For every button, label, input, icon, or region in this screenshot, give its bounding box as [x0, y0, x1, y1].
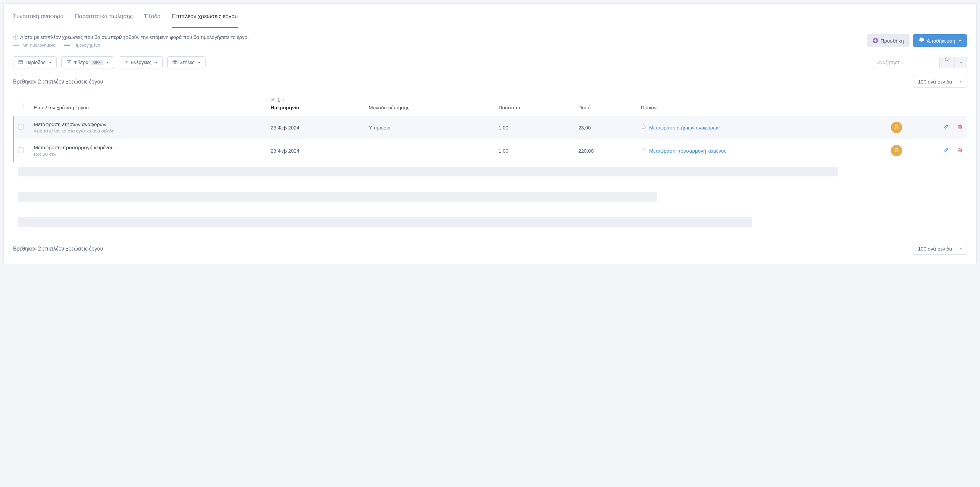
legend-not-invoiced-label: Μη τιμολογημένο: [22, 43, 55, 48]
th-product[interactable]: Προϊόν: [637, 91, 887, 116]
table-row[interactable]: Μετάφραση ετήσιων αναφορών Από τα ελληνι…: [14, 116, 967, 139]
th-amount[interactable]: Ποσό: [574, 91, 637, 116]
clear-sort-icon[interactable]: ✕: [270, 96, 275, 103]
header-actions: + Προσθήκη Αποθήκευση: [867, 34, 967, 47]
svg-rect-4: [173, 60, 177, 64]
delete-button[interactable]: [957, 149, 963, 154]
svg-line-9: [948, 60, 949, 61]
th-quantity[interactable]: Ποσότητα: [495, 91, 574, 116]
chevron-down-icon: [959, 40, 961, 41]
cell-unit: [365, 139, 495, 162]
avatar[interactable]: G: [891, 122, 902, 133]
tab-expenses[interactable]: Έξοδα: [144, 4, 161, 28]
charge-title: Μετάφραση-προσαρμογή κειμένου: [34, 145, 263, 151]
actions-label: Ενέργειες: [131, 60, 151, 65]
toolbar-left: Περίοδος Φίλτρα OFF Ενέργειες: [13, 56, 205, 68]
info-block: i Λίστα με επιπλέον χρεώσεις που θα συμπ…: [13, 34, 249, 48]
table-header-row: Επιπλέον χρέωση έργου ✕ 1 ↑ Ημερομηνία Μ…: [14, 91, 967, 116]
columns-button[interactable]: Στήλες: [167, 56, 205, 68]
bag-icon: [641, 124, 646, 131]
results-count-top: Βρέθηκαν 2 επιπλέον χρεώσεις έργου: [13, 79, 103, 85]
row-checkbox[interactable]: [18, 147, 24, 153]
sort-number: 1: [277, 97, 280, 103]
results-count-bottom: Βρέθηκαν 2 επιπλέον χρεώσεις έργου: [13, 246, 103, 252]
cell-edit: [939, 139, 953, 162]
save-button[interactable]: Αποθήκευση: [913, 34, 967, 47]
filters-off-badge: OFF: [91, 60, 103, 65]
calendar-icon: [18, 59, 23, 65]
cell-product: Μετάφραση-προσαρμογή κειμένου: [637, 139, 887, 162]
cell-charge: Μετάφραση-προσαρμογή κειμένου έως 30 σελ: [30, 139, 267, 162]
svg-rect-0: [19, 60, 22, 64]
swatch-gray-icon: [13, 45, 19, 46]
row-checkbox[interactable]: [18, 124, 24, 130]
bag-icon: [641, 147, 646, 154]
legend-not-invoiced: Μη τιμολογημένο: [13, 43, 55, 48]
charge-title: Μετάφραση ετήσιων αναφορών: [34, 121, 263, 127]
search-input[interactable]: [873, 57, 940, 68]
search-dropdown-button[interactable]: [955, 57, 967, 68]
columns-label: Στήλες: [180, 60, 194, 65]
edit-button[interactable]: [943, 149, 949, 154]
th-avatar: [887, 91, 939, 116]
product-link[interactable]: Μετάφραση-προσαρμογή κειμένου: [641, 147, 727, 154]
table-row[interactable]: Μετάφραση-προσαρμογή κειμένου έως 30 σελ…: [14, 139, 967, 162]
th-checkbox: [14, 91, 30, 116]
th-date[interactable]: ✕ 1 ↑ Ημερομηνία: [267, 91, 365, 116]
product-link[interactable]: Μετάφραση ετήσιων αναφορών: [641, 124, 719, 131]
th-charge[interactable]: Επιπλέον χρέωση έργου: [30, 91, 267, 116]
page-size-select-bottom[interactable]: 100 ανά σελίδα: [913, 243, 967, 255]
filter-icon: [66, 59, 72, 65]
cell-charge: Μετάφραση ετήσιων αναφορών Από τα ελληνι…: [30, 116, 267, 139]
legend-invoiced-label: Τιμολογημένο: [73, 43, 100, 48]
actions-button[interactable]: Ενέργειες: [119, 56, 162, 68]
cell-unit: Υπηρεσία: [365, 116, 495, 139]
add-button[interactable]: + Προσθήκη: [867, 34, 910, 47]
chevron-down-icon: [106, 62, 109, 64]
cell-qty: 1,00: [495, 139, 574, 162]
cell-edit: [939, 116, 953, 139]
period-button[interactable]: Περίοδος: [13, 56, 57, 68]
results-bar-top: Βρέθηκαν 2 επιπλέον χρεώσεις έργου 100 α…: [13, 76, 967, 88]
filters-button[interactable]: Φίλτρα OFF: [61, 56, 114, 68]
skeleton-placeholder: [18, 192, 657, 202]
edit-button[interactable]: [943, 126, 949, 131]
add-button-label: Προσθήκη: [880, 38, 904, 44]
info-icon: i: [13, 35, 18, 40]
search-button[interactable]: [940, 57, 955, 68]
select-all-checkbox[interactable]: [18, 103, 24, 109]
row-checkbox-cell: [14, 139, 30, 162]
results-bar-bottom: Βρέθηκαν 2 επιπλέον χρεώσεις έργου 100 α…: [13, 243, 967, 255]
row-checkbox-cell: [14, 116, 30, 139]
info-text: Λίστα με επιπλέον χρεώσεις που θα συμπερ…: [20, 34, 249, 40]
plus-circle-icon: +: [873, 38, 878, 43]
chevron-down-icon: [959, 81, 962, 83]
avatar[interactable]: G: [891, 145, 902, 156]
charge-subtitle: έως 30 σελ: [34, 151, 263, 157]
page-size-label: 100 ανά σελίδα: [918, 246, 952, 251]
sort-indicator[interactable]: ✕ 1 ↑: [270, 96, 361, 103]
th-unit[interactable]: Μονάδα μέτρησης: [365, 91, 495, 116]
filters-label: Φίλτρα: [74, 60, 89, 65]
page-size-select-top[interactable]: 100 ανά σελίδα: [913, 76, 967, 88]
product-link-label: Μετάφραση-προσαρμογή κειμένου: [649, 148, 727, 154]
delete-button[interactable]: [957, 126, 963, 131]
product-link-label: Μετάφραση ετήσιων αναφορών: [649, 125, 719, 131]
tab-extra-charges[interactable]: Επιπλέον χρεώσεις έργου: [172, 4, 238, 28]
lightning-icon: [124, 59, 129, 65]
columns-icon: [172, 60, 178, 65]
charge-subtitle: Από τα ελληνικά στα αγγλικά/ανά σελίδα: [34, 129, 263, 134]
tab-summary[interactable]: Συνοπτική αναφορά: [13, 4, 64, 28]
tab-sales-docs[interactable]: Παραστατικά πώλησης: [75, 4, 133, 28]
cell-date: 23 Φεβ 2024: [267, 139, 365, 162]
cloud-save-icon: [919, 38, 924, 44]
period-label: Περίοδος: [25, 60, 46, 65]
cell-amount: 23,00: [574, 116, 637, 139]
charges-table: Επιπλέον χρέωση έργου ✕ 1 ↑ Ημερομηνία Μ…: [13, 91, 967, 162]
search-icon: [945, 58, 950, 64]
swatch-teal-icon: [64, 45, 70, 46]
cell-amount: 220,00: [574, 139, 637, 162]
toolbar: Περίοδος Φίλτρα OFF Ενέργειες: [13, 56, 967, 68]
cell-delete: [953, 116, 967, 139]
cell-product: Μετάφραση ετήσιων αναφορών: [637, 116, 887, 139]
